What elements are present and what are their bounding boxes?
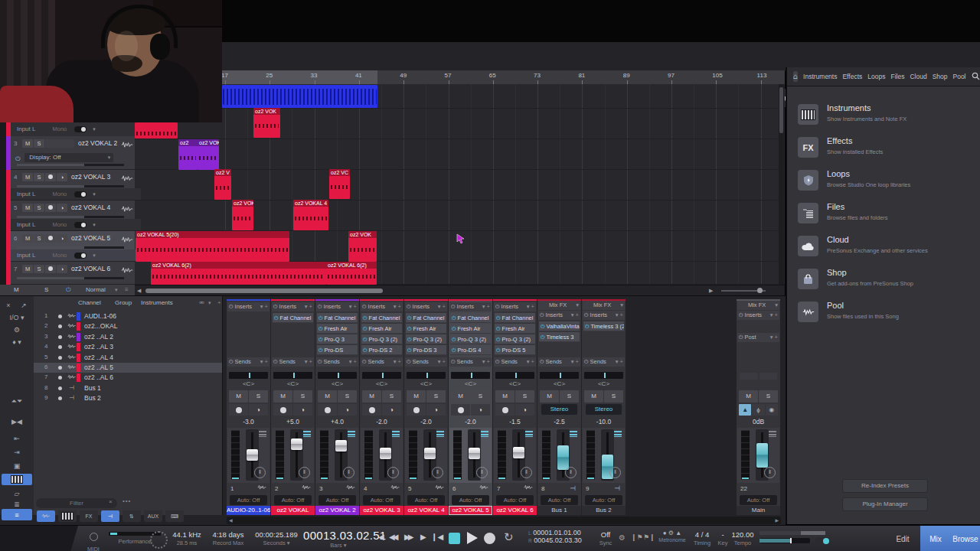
scroll-left-arrow-icon[interactable]: ◀ <box>137 288 141 294</box>
channel-list-row-7[interactable]: 7oz2 ..AL 6 <box>34 373 222 383</box>
layers-icon[interactable]: ▱ <box>2 487 32 499</box>
browser-item-effects[interactable]: FXEffectsShow installed Effects <box>787 132 980 165</box>
fader-cap[interactable] <box>335 440 347 452</box>
audio-clip-oz2-vokal-6-2-[interactable]: oz2 VOKAL 6(2) <box>326 262 377 285</box>
insert-slot[interactable]: ⏻Fat Channel <box>361 313 402 323</box>
record-arm-button[interactable] <box>362 404 381 416</box>
track-name[interactable]: oz2 VOKAL 4 <box>71 201 110 215</box>
audio-clip[interactable] <box>222 85 377 108</box>
sends-header[interactable]: ⏻Sends▾ + <box>227 357 270 367</box>
insert-slot[interactable]: ⏻Timeless 3 <box>539 332 580 342</box>
channel-name-strip[interactable]: oz2 VOKAL 3 <box>360 506 403 515</box>
pan-slider[interactable] <box>495 372 534 379</box>
track-record-button[interactable] <box>45 265 56 273</box>
channel-list-row-5[interactable]: 5oz2 ..AL 4 <box>34 353 222 363</box>
browser-tab-files[interactable]: Files <box>890 73 904 80</box>
browser-item-instruments[interactable]: InstrumentsShow Instruments and Note FX <box>787 99 980 132</box>
track-mute-button[interactable]: M <box>22 204 33 212</box>
instrument-channels-icon[interactable] <box>58 510 77 522</box>
track-record-button[interactable] <box>45 204 56 212</box>
record-arm-button[interactable] <box>318 404 337 416</box>
pan-slider[interactable] <box>273 372 312 379</box>
track-monitor-button[interactable]: ◑ <box>57 265 67 273</box>
sends-header[interactable]: ⏻Sends▾ + <box>316 357 358 367</box>
audio-clip-oz2-vok[interactable]: oz2 VOK <box>348 231 377 262</box>
solo-button[interactable]: S <box>249 390 268 403</box>
pan-slider[interactable] <box>584 372 623 379</box>
insert-slot[interactable]: ⏻Fat Channel <box>495 313 535 323</box>
channel-editor-button[interactable]: ‖ <box>254 467 266 478</box>
insert-slot[interactable]: ⏻Fat Channel <box>273 313 313 323</box>
chevron-down-icon[interactable]: ▾ <box>208 300 211 306</box>
channel-list-row-2[interactable]: 2oz2...OKAL <box>34 321 222 331</box>
audio-clip[interactable] <box>135 122 178 139</box>
audio-clip-oz2-v[interactable]: oz2 V <box>214 169 231 200</box>
automation-mode-button[interactable]: Auto: Off <box>274 495 312 505</box>
solo-button[interactable]: S <box>471 390 490 403</box>
browser-tab-pool[interactable]: Pool <box>952 73 965 80</box>
bars-unit[interactable]: Bars ▾ <box>303 542 374 549</box>
fader-cap[interactable] <box>756 443 768 468</box>
audio-clip-oz2[interactable]: oz2 <box>178 139 198 170</box>
monitor-button[interactable]: ◑ <box>293 404 312 416</box>
channel-name-strip[interactable]: oz2 VOKAL 6 <box>493 506 537 515</box>
mute-button[interactable]: M <box>540 390 559 403</box>
record-arm-button[interactable] <box>495 404 514 416</box>
track-volume-slider[interactable] <box>17 164 124 166</box>
browser-tab-cloud[interactable]: Cloud <box>910 73 926 80</box>
channel-list-row-8[interactable]: 8⊣Bus 1 <box>34 383 222 393</box>
track-volume-slider[interactable] <box>17 185 124 187</box>
fader-cap[interactable] <box>247 449 258 461</box>
track-solo-button[interactable]: S <box>34 173 44 181</box>
audio-channels-icon[interactable] <box>37 510 55 522</box>
monitor-volume-slider[interactable] <box>760 538 810 543</box>
insert-slot[interactable]: ⏻Fat Channel <box>317 313 358 323</box>
channel-list-row-1[interactable]: 1AUDI..1-06 <box>34 311 222 321</box>
channel-editor-button[interactable]: ‖ <box>387 467 399 478</box>
automation-mode-button[interactable]: Auto: Off <box>230 495 267 505</box>
monitor-button[interactable]: ◑ <box>382 404 401 416</box>
add-channel-button[interactable]: + <box>217 299 221 306</box>
row-active-dot[interactable] <box>58 315 62 318</box>
sends-header[interactable]: ⏻Sends▾ + <box>583 357 625 367</box>
insert-slot[interactable]: ⏻Fresh Air <box>495 324 535 334</box>
channel-editor-button[interactable]: ‖ <box>609 467 621 478</box>
channel-list-row-6[interactable]: 6oz2 ..AL 5 <box>34 363 222 373</box>
track-mute-button[interactable]: M <box>22 139 33 148</box>
loop-button[interactable]: ↻ <box>504 530 514 551</box>
mute-button[interactable]: M <box>451 390 470 403</box>
chevron-down-icon[interactable]: ▾ <box>93 122 96 136</box>
track-monitor-button[interactable]: ◑ <box>57 234 67 243</box>
timing-block[interactable]: 4 / 4 Timing <box>691 526 714 551</box>
track-header-4[interactable]: 4MS◑oz2 VOKAL 3Input LMono▾ <box>11 170 135 201</box>
inserts-header[interactable]: ⏻Inserts▾ + <box>538 311 580 320</box>
track-solo-button[interactable]: S <box>34 265 44 273</box>
sends-header[interactable]: ⏻Sends▾ + <box>538 357 580 367</box>
transport-forward-button[interactable]: ▶▶ <box>404 533 411 551</box>
sends-header[interactable]: ⏻Sends▾ + <box>449 357 492 367</box>
monitor-mute-toggle[interactable] <box>815 537 830 545</box>
arrange-zoom-slider[interactable] <box>721 290 766 292</box>
bars-display[interactable]: 00013.03.02.51 Bars ▾ <box>303 526 374 551</box>
track-header-7[interactable]: 7MS◑oz2 VOKAL 6 <box>11 262 135 285</box>
power-icon[interactable]: ⏻ <box>66 286 70 294</box>
track-volume-slider[interactable] <box>17 246 124 249</box>
track-mute-button[interactable]: M <box>22 265 33 273</box>
insert-slot[interactable]: ⏻Fat Channel <box>450 313 491 323</box>
browser-tab-instruments[interactable]: Instruments <box>803 73 837 80</box>
sends-header[interactable]: ⏻Sends▾ + <box>405 357 447 367</box>
row-active-dot[interactable] <box>58 396 62 400</box>
io-channels-icon[interactable]: ⇅ <box>122 510 141 522</box>
menu-icon[interactable]: ≡ <box>2 509 32 520</box>
transport-rewind-button[interactable]: ◀◀ <box>389 533 396 551</box>
sync-settings-gear-icon[interactable]: ⚙ <box>619 533 626 551</box>
insert-slot[interactable]: ⏻Fresh Air <box>361 324 402 334</box>
filter-options-button[interactable]: ••• <box>122 497 131 504</box>
channel-name-strip[interactable]: oz2 VOKAL <box>271 506 315 515</box>
track-monitor-button[interactable]: ◑ <box>57 173 67 181</box>
audio-clip-oz2-vokal-4[interactable]: oz2 VOKAL 4 <box>293 200 328 230</box>
mute-button[interactable]: M <box>407 390 426 403</box>
monitor-button[interactable]: ◑ <box>426 404 446 416</box>
time-display[interactable]: 00:00:25.189 Seconds ▾ <box>253 526 300 551</box>
insert-slot[interactable]: ⏻Pro-DS 3 <box>406 345 446 355</box>
